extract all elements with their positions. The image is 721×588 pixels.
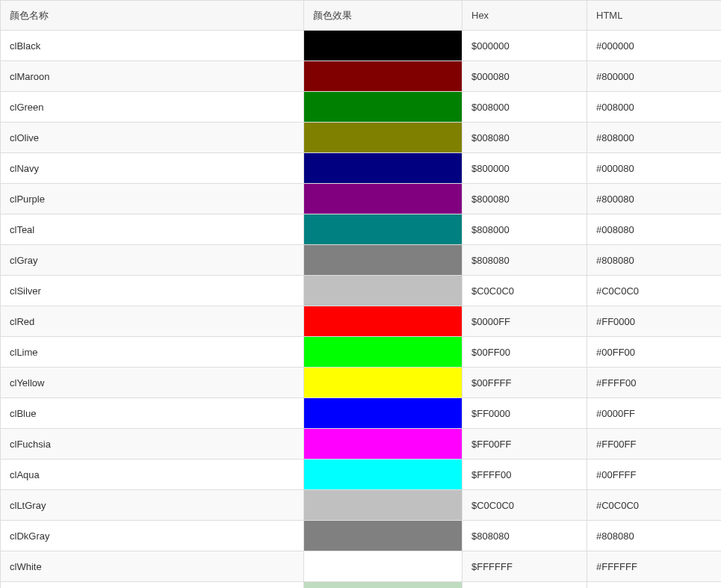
html-cell: #FF0000 — [587, 306, 722, 337]
color-name-cell: clTeal — [1, 214, 304, 245]
html-cell: #000000 — [587, 31, 722, 61]
html-cell: #008000 — [587, 92, 722, 123]
html-cell: #FF00FF — [587, 429, 722, 459]
color-swatch — [304, 153, 462, 183]
hex-cell: $808080 — [462, 521, 587, 551]
table-row: clBlack$000000#000000 — [1, 31, 722, 61]
html-cell: #000080 — [587, 153, 722, 184]
color-swatch-cell — [304, 337, 462, 368]
header-name: 颜色名称 — [1, 1, 304, 31]
header-swatch: 颜色效果 — [304, 1, 462, 31]
table-row: clDkGray$808080#808080 — [1, 521, 722, 551]
html-cell: #C0C0C0 — [587, 490, 722, 521]
color-name-cell: clLime — [1, 337, 304, 368]
color-swatch — [304, 429, 462, 459]
color-swatch-cell — [304, 184, 462, 214]
color-name-cell: clBlue — [1, 398, 304, 429]
color-name-cell: clAqua — [1, 459, 304, 490]
hex-cell: $000000 — [462, 31, 587, 61]
color-name-cell: clGreen — [1, 92, 304, 123]
hex-cell: $FF0000 — [462, 398, 587, 429]
html-cell: #808080 — [587, 245, 722, 276]
color-swatch — [304, 337, 462, 367]
color-swatch — [304, 123, 462, 152]
table-row: clGray$808080#808080 — [1, 245, 722, 276]
color-swatch-cell — [304, 582, 462, 589]
color-swatch — [304, 61, 462, 91]
html-cell: #800080 — [587, 184, 722, 214]
color-name-cell: clMoneyGreen — [1, 582, 304, 589]
table-row: clOlive$008080#808000 — [1, 123, 722, 153]
color-swatch — [304, 92, 462, 122]
color-swatch-cell — [304, 214, 462, 245]
color-name-cell: clDkGray — [1, 521, 304, 551]
color-swatch-cell — [304, 551, 462, 582]
hex-cell: $800000 — [462, 153, 587, 184]
table-row: clBlue$FF0000#0000FF — [1, 398, 722, 429]
html-cell: #008080 — [587, 214, 722, 245]
color-name-cell: clMaroon — [1, 61, 304, 92]
hex-cell: $00FF00 — [462, 337, 587, 368]
color-name-cell: clRed — [1, 306, 304, 337]
table-row: clSilver$C0C0C0#C0C0C0 — [1, 276, 722, 306]
table-row: clGreen$008000#008000 — [1, 92, 722, 123]
color-swatch — [304, 306, 462, 336]
hex-cell: $808000 — [462, 214, 587, 245]
color-swatch-cell — [304, 490, 462, 521]
table-row: clFuchsia$FF00FF#FF00FF — [1, 429, 722, 459]
color-swatch-cell — [304, 306, 462, 337]
hex-cell: $C0C0C0 — [462, 490, 587, 521]
hex-cell: $000080 — [462, 61, 587, 92]
hex-cell: $FFFF00 — [462, 459, 587, 490]
hex-cell: $808080 — [462, 245, 587, 276]
hex-cell: $FFFFFF — [462, 551, 587, 582]
color-swatch — [304, 276, 462, 306]
html-cell: #00FF00 — [587, 337, 722, 368]
color-swatch-cell — [304, 92, 462, 123]
table-row: clLtGray$C0C0C0#C0C0C0 — [1, 490, 722, 521]
color-name-cell: clFuchsia — [1, 429, 304, 459]
color-swatch — [304, 31, 462, 61]
color-swatch — [304, 521, 462, 551]
color-swatch-cell — [304, 153, 462, 184]
color-swatch-cell — [304, 31, 462, 61]
hex-cell: $C0C0C0 — [462, 276, 587, 306]
hex-cell: $FF00FF — [462, 429, 587, 459]
html-cell: #0000FF — [587, 398, 722, 429]
hex-cell: $800080 — [462, 184, 587, 214]
table-row: clNavy$800000#000080 — [1, 153, 722, 184]
color-swatch-cell — [304, 245, 462, 276]
table-row: clPurple$800080#800080 — [1, 184, 722, 214]
color-name-cell: clNavy — [1, 153, 304, 184]
hex-cell: $0000FF — [462, 306, 587, 337]
html-cell: #C0DCC0 — [587, 582, 722, 589]
color-swatch — [304, 398, 462, 428]
table-header-row: 颜色名称 颜色效果 Hex HTML — [1, 1, 722, 31]
table-row: clMoneyGreen$C0DCC0#C0DCC0 — [1, 582, 722, 589]
table-row: clRed$0000FF#FF0000 — [1, 306, 722, 337]
color-name-cell: clOlive — [1, 123, 304, 153]
hex-cell: $C0DCC0 — [462, 582, 587, 589]
color-name-cell: clLtGray — [1, 490, 304, 521]
table-row: clYellow$00FFFF#FFFF00 — [1, 368, 722, 398]
color-swatch — [304, 368, 462, 397]
color-name-cell: clBlack — [1, 31, 304, 61]
html-cell: #C0C0C0 — [587, 276, 722, 306]
color-name-cell: clYellow — [1, 368, 304, 398]
html-cell: #FFFF00 — [587, 368, 722, 398]
hex-cell: $008080 — [462, 123, 587, 153]
color-swatch-cell — [304, 521, 462, 551]
table-row: clTeal$808000#008080 — [1, 214, 722, 245]
color-swatch — [304, 459, 462, 489]
color-swatch — [304, 582, 462, 588]
color-swatch-cell — [304, 459, 462, 490]
color-swatch-cell — [304, 123, 462, 153]
html-cell: #FFFFFF — [587, 551, 722, 582]
color-table: 颜色名称 颜色效果 Hex HTML clBlack$000000#000000… — [0, 0, 721, 588]
table-row: clWhite$FFFFFF#FFFFFF — [1, 551, 722, 582]
header-html: HTML — [587, 1, 722, 31]
hex-cell: $008000 — [462, 92, 587, 123]
color-swatch-cell — [304, 276, 462, 306]
html-cell: #800000 — [587, 61, 722, 92]
color-swatch-cell — [304, 429, 462, 459]
